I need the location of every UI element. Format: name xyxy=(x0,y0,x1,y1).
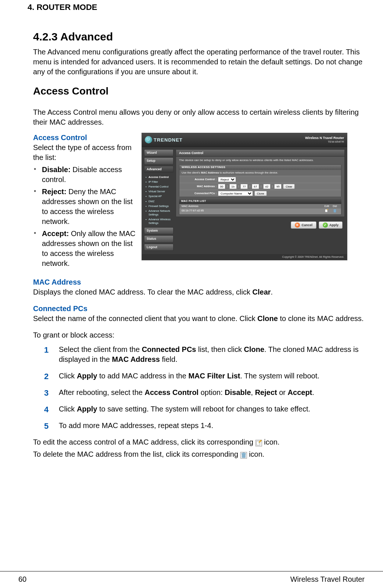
step-number: 2 xyxy=(44,371,49,382)
svg-point-8 xyxy=(258,442,259,443)
label-mac-address: MAC Address : xyxy=(182,185,216,188)
clone-button[interactable]: Clone xyxy=(254,191,267,196)
router-screenshot: TRENDNET Wireless N Travel Router TEW-65… xyxy=(142,133,347,260)
ac-option: Accept: Only allow the MAC addresses sho… xyxy=(33,229,136,268)
mac-address-heading: MAC Address xyxy=(33,277,365,287)
step-number: 4 xyxy=(44,404,49,415)
connected-pcs-text: Select the name of the connected client … xyxy=(33,314,365,324)
col-edit: Edit xyxy=(323,204,331,208)
panel-desc: The device can be setup to deny or only … xyxy=(179,158,341,163)
access-control-select[interactable]: Reject xyxy=(218,177,236,182)
ac-option-label: Disable: xyxy=(42,165,71,174)
panel-title: Access Control xyxy=(176,150,344,157)
ac-heading: Access Control xyxy=(33,133,136,143)
mac-address-text: Displays the cloned MAC address. To clea… xyxy=(33,287,365,297)
svg-rect-2 xyxy=(333,210,336,210)
subsection-title: Access Control xyxy=(33,84,365,98)
connected-pcs-heading: Connected PCs xyxy=(33,304,365,314)
step-item: 2 Click Apply to add MAC address in the … xyxy=(44,371,365,381)
footer-title: Wireless Travel Router xyxy=(290,574,365,584)
section-number: 4.2.3 xyxy=(33,31,58,43)
step-number: 3 xyxy=(44,388,49,399)
svg-rect-12 xyxy=(243,453,244,453)
step-item: 5 To add more MAC addresses, repeat step… xyxy=(44,421,365,431)
nav-advanced[interactable]: Advanced xyxy=(144,166,173,173)
section-title: 4.2.3 Advanced xyxy=(33,29,365,44)
cancel-icon: ✕ xyxy=(295,222,300,228)
nav-logout[interactable]: Logout xyxy=(144,244,173,251)
brand-logo: TRENDNET xyxy=(145,136,183,143)
nav-sub-item[interactable]: Access Control xyxy=(146,175,173,179)
delete-instruction: To delete the MAC address from the list,… xyxy=(33,449,365,459)
sc-header: TRENDNET Wireless N Travel Router TEW-65… xyxy=(142,133,347,147)
nav-status[interactable]: Status xyxy=(144,235,173,242)
edit-instruction: To edit the access control of a MAC addr… xyxy=(33,437,365,447)
product-label: Wireless N Travel Router TEW-654TR xyxy=(305,136,344,144)
edit-icon[interactable] xyxy=(323,209,331,214)
cancel-label: Cancel xyxy=(301,223,312,227)
ac-option-label: Accept: xyxy=(42,229,69,238)
nav-system[interactable]: System xyxy=(144,227,173,234)
mac-field-3[interactable] xyxy=(240,184,248,189)
grant-block-intro: To grant or block access: xyxy=(33,330,365,340)
mac-field-1[interactable] xyxy=(218,184,225,189)
nav-setup[interactable]: Setup xyxy=(144,157,173,164)
nav-wizard[interactable]: Wizard xyxy=(144,149,173,156)
page-footer: 60 Wireless Travel Router xyxy=(0,571,383,584)
trash-icon xyxy=(240,451,247,458)
clear-button[interactable]: Clear xyxy=(283,184,295,189)
nav-sub-item[interactable]: Special AP xyxy=(146,194,173,199)
chapter-title: 4. ROUTER MODE xyxy=(28,2,365,13)
connected-pc-select[interactable]: Computer Name xyxy=(218,191,253,196)
page-number: 60 xyxy=(18,574,26,584)
settings-desc: Use the client's MAC Address to authoriz… xyxy=(179,170,341,176)
mac-filter-header-row: MAC Address Edit Del xyxy=(179,204,341,209)
step-item: 1 Select the client from the Connected P… xyxy=(44,345,365,364)
section-intro: The Advanced menu configurations greatly… xyxy=(33,47,365,77)
label-connected-pcs: Connected PCs : xyxy=(182,192,216,195)
step-item: 3 After rebooting, select the Access Con… xyxy=(44,388,365,398)
nav-sub-item[interactable]: Advance Wireless Settings xyxy=(146,217,173,226)
nav-sub-item[interactable]: Advance Network Settings xyxy=(146,209,173,217)
section-name: Advanced xyxy=(60,31,113,43)
mac-filter-list-title: MAC FILTER LIST xyxy=(179,199,341,204)
col-del: Del xyxy=(331,204,339,208)
step-number: 1 xyxy=(44,345,49,356)
product-model: TEW-654TR xyxy=(305,140,344,144)
settings-title: WIRELESS ACCESS SETTINGS xyxy=(179,165,341,170)
ac-option-label: Reject: xyxy=(42,188,67,196)
ac-select-prompt: Select the type of access from the list: xyxy=(33,143,136,163)
nav-sub-item[interactable]: IP Filter xyxy=(146,180,173,185)
mac-field-4[interactable] xyxy=(252,184,259,189)
nav-sub-item[interactable]: Parental Control xyxy=(146,185,173,189)
delete-icon[interactable] xyxy=(331,209,339,214)
apply-label: Apply xyxy=(329,223,339,227)
mac-value: 00:1b:77:67:d2:95 xyxy=(182,209,323,214)
ac-option: Reject: Deny the MAC addresses shown on … xyxy=(33,187,136,227)
mac-filter-row: 00:1b:77:67:d2:95 xyxy=(179,209,341,214)
apply-button[interactable]: ✓ Apply xyxy=(319,221,343,229)
mac-field-5[interactable] xyxy=(263,184,271,189)
access-control-desc: The Access Control menu allows you deny … xyxy=(33,107,365,127)
cancel-button[interactable]: ✕ Cancel xyxy=(291,221,316,229)
ac-option: Disable: Disable access control. xyxy=(33,165,136,185)
apply-icon: ✓ xyxy=(323,222,328,228)
mac-field-2[interactable] xyxy=(229,184,237,189)
label-access-control: Access Control : xyxy=(182,178,216,181)
nav-sub-item[interactable]: Firewall Settings xyxy=(146,204,173,209)
globe-icon xyxy=(145,136,152,143)
nav-sub-item[interactable]: Virtual Server xyxy=(146,189,173,194)
sidebar-nav: Wizard Setup Advanced Access Control IP … xyxy=(142,147,175,254)
nav-sub-item[interactable]: DMZ xyxy=(146,199,173,204)
edit-icon xyxy=(255,439,262,446)
sc-copyright: Copyright © 2009 TRENDnet. All Rights Re… xyxy=(142,254,347,260)
col-mac-address: MAC Address xyxy=(182,204,323,208)
brand-text: TRENDNET xyxy=(154,137,183,143)
step-item: 4 Click Apply to save setting. The syste… xyxy=(44,404,365,414)
step-number: 5 xyxy=(44,421,49,432)
mac-field-6[interactable] xyxy=(274,184,282,189)
product-name: Wireless N Travel Router xyxy=(305,136,344,140)
